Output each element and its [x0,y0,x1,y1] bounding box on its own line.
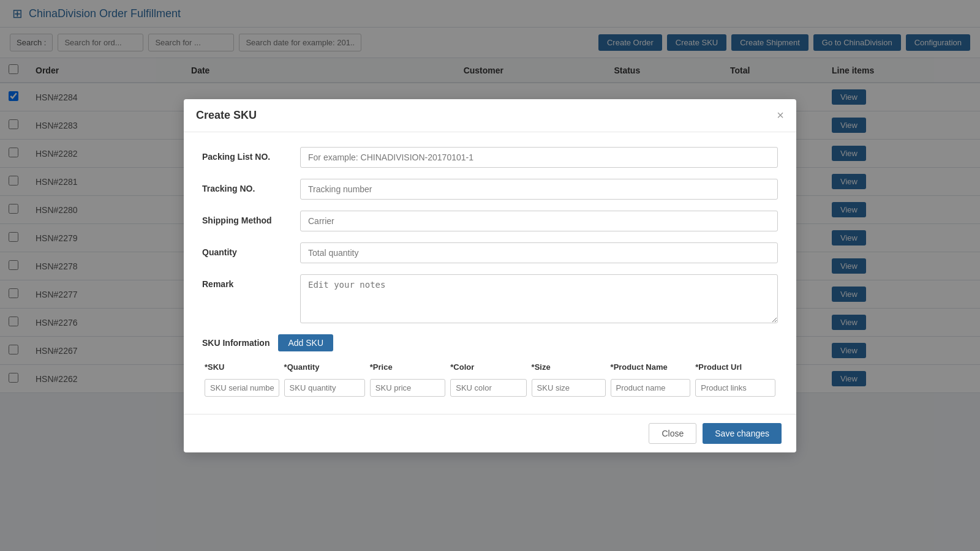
sku-col-0: *SKU [202,360,282,377]
sku-col-3: *Color [448,360,529,377]
sku-input-2[interactable] [370,379,445,394]
sku-input-cell-4 [529,377,608,394]
remark-label: Remark [202,274,300,289]
modal-body: Packing List NO. Tracking NO. Shipping M… [184,132,796,394]
sku-section-label: SKU Information [202,338,270,348]
modal-title: Create SKU [196,109,257,122]
sku-input-cell-3 [448,377,529,394]
sku-input-cell-1 [282,377,368,394]
sku-input-cell-0 [202,377,282,394]
tracking-row: Tracking NO. [202,179,778,200]
packing-list-label: Packing List NO. [202,147,300,162]
quantity-input[interactable] [300,242,778,263]
sku-input-cell-6 [693,377,778,394]
sku-input-5[interactable] [611,379,691,394]
quantity-label: Quantity [202,242,300,257]
sku-input-1[interactable] [284,379,365,394]
sku-input-0[interactable] [205,379,279,394]
packing-list-input[interactable] [300,147,778,168]
shipping-input[interactable] [300,211,778,231]
tracking-label: Tracking NO. [202,179,300,193]
sku-col-6: *Product Url [693,360,778,377]
tracking-input[interactable] [300,179,778,200]
sku-input-cell-5 [608,377,693,394]
remark-row: Remark [202,274,778,323]
shipping-row: Shipping Method [202,211,778,231]
sku-table: *SKU*Quantity*Price*Color*Size*Product N… [202,360,778,394]
sku-col-1: *Quantity [282,360,368,377]
shipping-label: Shipping Method [202,211,300,225]
modal-close-button[interactable]: × [777,109,784,121]
sku-input-4[interactable] [532,379,606,394]
sku-input-3[interactable] [450,379,526,394]
sku-col-2: *Price [368,360,448,377]
remark-textarea[interactable] [300,274,778,323]
sku-input-6[interactable] [695,379,775,394]
sku-col-5: *Product Name [608,360,693,377]
create-sku-modal: Create SKU × Packing List NO. Tracking N… [184,99,796,394]
sku-col-4: *Size [529,360,608,377]
modal-header: Create SKU × [184,99,796,132]
sku-input-cell-2 [368,377,448,394]
sku-section: SKU Information Add SKU *SKU*Quantity*Pr… [202,334,778,394]
add-sku-button[interactable]: Add SKU [278,334,333,351]
sku-header: SKU Information Add SKU [202,334,778,351]
modal-overlay: Create SKU × Packing List NO. Tracking N… [0,0,980,393]
packing-list-row: Packing List NO. [202,147,778,168]
quantity-row: Quantity [202,242,778,263]
